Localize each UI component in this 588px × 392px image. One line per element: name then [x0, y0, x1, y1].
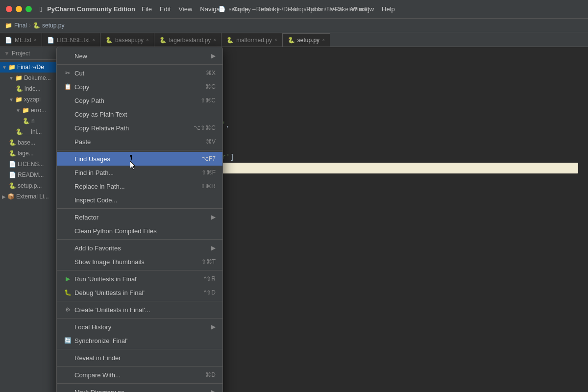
- sidebar-collapse-icon: ▼: [4, 50, 10, 57]
- context-menu-item-new[interactable]: New ▶: [57, 49, 222, 63]
- tree-item-external-libs[interactable]: ▶ 📦 External Li...: [0, 191, 63, 202]
- context-menu-item-thumbnails[interactable]: Show Image Thumbnails ⇧⌘T: [57, 255, 222, 269]
- context-menu-item-label: Debug 'Unittests in Final': [74, 289, 145, 296]
- file-icon: 📄: [219, 6, 225, 12]
- folder-icon: 📁: [5, 22, 12, 29]
- submenu-arrow-icon: ▶: [211, 245, 216, 251]
- context-menu-item-find-path[interactable]: Find in Path... ⇧⌘F: [57, 166, 222, 179]
- tab-lagerbestand[interactable]: 🐍 lagerbestand.py ×: [154, 33, 221, 47]
- tab-close-icon[interactable]: ×: [322, 37, 325, 43]
- context-menu-item-label: Refactor: [74, 214, 98, 221]
- tree-item-xyzapi[interactable]: ▼ 📁 xyzapi: [0, 94, 63, 105]
- tab-close-icon[interactable]: ×: [92, 37, 95, 43]
- shortcut-label: ⇧⌘C: [200, 97, 216, 104]
- context-menu-item-label: Add to Favorites: [74, 245, 121, 252]
- tree-item-final[interactable]: ▼ 📁 Final ~/De: [0, 62, 63, 73]
- sidebar-header[interactable]: ▼ Project: [0, 47, 63, 60]
- breadcrumb-final[interactable]: 📁 Final: [5, 22, 27, 29]
- shortcut-label: ⌘D: [205, 371, 216, 378]
- tree-item-dokume[interactable]: ▼ 📁 Dokume...: [0, 73, 63, 83]
- context-menu-item-copy-plain[interactable]: Copy as Plain Text: [57, 107, 222, 121]
- tree-item-n[interactable]: 🐍 n: [0, 116, 63, 126]
- shortcut-label: ⌥⇧⌘C: [194, 124, 216, 131]
- debug-icon: 🐛: [64, 289, 72, 296]
- tab-close-icon[interactable]: ×: [34, 37, 37, 43]
- tab-file-icon: 📄: [47, 37, 54, 44]
- context-menu-item-label: New: [74, 52, 87, 60]
- context-menu-separator: [57, 64, 222, 65]
- tree-item-label: External Li...: [16, 193, 49, 200]
- context-menu-item-copy-path[interactable]: Copy Path ⇧⌘C: [57, 94, 222, 107]
- tab-readme[interactable]: 📄 ME.txt ×: [0, 33, 42, 47]
- traffic-lights: [6, 6, 32, 12]
- context-menu-item-find-usages[interactable]: Find Usages ⌥F7: [57, 152, 222, 166]
- tree-item-label: xyzapi: [24, 96, 41, 103]
- context-menu-separator: [57, 208, 222, 209]
- tree-item-base[interactable]: 🐍 base...: [0, 137, 63, 148]
- sidebar-header-label: Project: [12, 50, 30, 57]
- tab-close-icon[interactable]: ×: [146, 37, 149, 43]
- tree-item-init[interactable]: 🐍 __ini...: [0, 126, 63, 137]
- context-menu-item-label: Create 'Unittests in Final'...: [74, 306, 150, 314]
- close-button[interactable]: [6, 6, 12, 12]
- tree-arrow-icon: ▼: [9, 97, 14, 102]
- context-menu-item-label: Compare With...: [74, 371, 121, 379]
- context-menu-item-paste[interactable]: Paste ⌘V: [57, 135, 222, 148]
- tab-baseapi[interactable]: 🐍 baseapi.py ×: [100, 33, 154, 47]
- context-menu-separator: [57, 239, 222, 240]
- context-menu-item-clean[interactable]: Clean Python Compiled Files: [57, 224, 222, 238]
- context-menu-item-mark[interactable]: Mark Directory as ▶: [57, 385, 222, 392]
- python-file-icon: 🐍: [9, 182, 16, 189]
- context-menu-item-label: Paste: [74, 138, 91, 146]
- context-menu-item-copy-relative[interactable]: Copy Relative Path ⌥⇧⌘C: [57, 121, 222, 135]
- tree-item-label: erro...: [31, 107, 46, 114]
- context-menu-item-label: Find Usages: [74, 155, 110, 163]
- context-menu-item-copy[interactable]: 📋 Copy ⌘C: [57, 80, 222, 94]
- context-menu-item-refactor[interactable]: Refactor ▶: [57, 210, 222, 224]
- text-file-icon: 📄: [9, 172, 16, 178]
- tab-setup[interactable]: 🐍 setup.py ×: [283, 33, 330, 47]
- menu-view[interactable]: View: [175, 4, 196, 14]
- tab-file-icon: 📄: [5, 37, 12, 44]
- context-menu-item-label: Reveal in Finder: [74, 354, 121, 362]
- context-menu-item-inspect[interactable]: Inspect Code...: [57, 193, 222, 207]
- context-menu-item-favorites[interactable]: Add to Favorites ▶: [57, 241, 222, 255]
- context-menu: New ▶ ✂ Cut ⌘X 📋 Copy ⌘C Copy Path ⇧⌘C C…: [56, 47, 223, 392]
- tab-license[interactable]: 📄 LICENSE.txt ×: [42, 33, 100, 47]
- create-icon: ⚙: [64, 306, 72, 313]
- context-menu-item-create[interactable]: ⚙ Create 'Unittests in Final'...: [57, 303, 222, 317]
- context-menu-item-label: Local History: [74, 323, 111, 331]
- minimize-button[interactable]: [16, 6, 22, 12]
- context-menu-item-compare[interactable]: Compare With... ⌘D: [57, 368, 222, 382]
- context-menu-item-replace-path[interactable]: Replace in Path... ⇧⌘R: [57, 179, 222, 193]
- menu-file[interactable]: File: [138, 4, 155, 14]
- tab-bar: 📄 ME.txt × 📄 LICENSE.txt × 🐍 baseapi.py …: [0, 32, 588, 47]
- tree-item-readme[interactable]: 📄 READM...: [0, 170, 63, 180]
- menu-edit[interactable]: Edit: [156, 4, 174, 14]
- file-icon: 🐍: [33, 22, 40, 29]
- shortcut-label: ⇧⌘T: [201, 258, 216, 265]
- tab-malformed[interactable]: 🐍 malformed.py ×: [221, 33, 283, 47]
- tree-item-license[interactable]: 📄 LICENS...: [0, 159, 63, 170]
- tree-item-setup[interactable]: 🐍 setup.p...: [0, 180, 63, 191]
- breadcrumb-file[interactable]: 🐍 setup.py: [33, 22, 64, 29]
- shortcut-label: ⇧⌘F: [201, 169, 216, 176]
- context-menu-item-history[interactable]: Local History ▶: [57, 320, 222, 334]
- window-title: 📄 setup.py – Final – [~/Desktop/Python/8…: [219, 6, 369, 13]
- tree-item-error[interactable]: ▼ 📁 erro...: [0, 105, 63, 116]
- tab-close-icon[interactable]: ×: [274, 37, 277, 43]
- context-menu-item-label: Mark Directory as: [74, 389, 124, 392]
- context-menu-item-debug[interactable]: 🐛 Debug 'Unittests in Final' ^⇧D: [57, 286, 222, 299]
- tree-item-index[interactable]: 🐍 inde...: [0, 83, 63, 94]
- context-menu-item-cut[interactable]: ✂ Cut ⌘X: [57, 66, 222, 80]
- maximize-button[interactable]: [25, 6, 32, 12]
- menu-help[interactable]: Help: [378, 4, 398, 14]
- tree-item-label: __ini...: [24, 128, 42, 135]
- tree-item-lager[interactable]: 🐍 lage...: [0, 148, 63, 159]
- context-menu-item-sync[interactable]: 🔄 Synchronize 'Final': [57, 334, 222, 347]
- submenu-arrow-icon: ▶: [211, 214, 216, 220]
- context-menu-item-run[interactable]: ▶ Run 'Unittests in Final' ^⇧R: [57, 272, 222, 286]
- submenu-arrow-icon: ▶: [211, 389, 216, 392]
- tab-close-icon[interactable]: ×: [213, 37, 216, 43]
- context-menu-item-reveal[interactable]: Reveal in Finder: [57, 351, 222, 365]
